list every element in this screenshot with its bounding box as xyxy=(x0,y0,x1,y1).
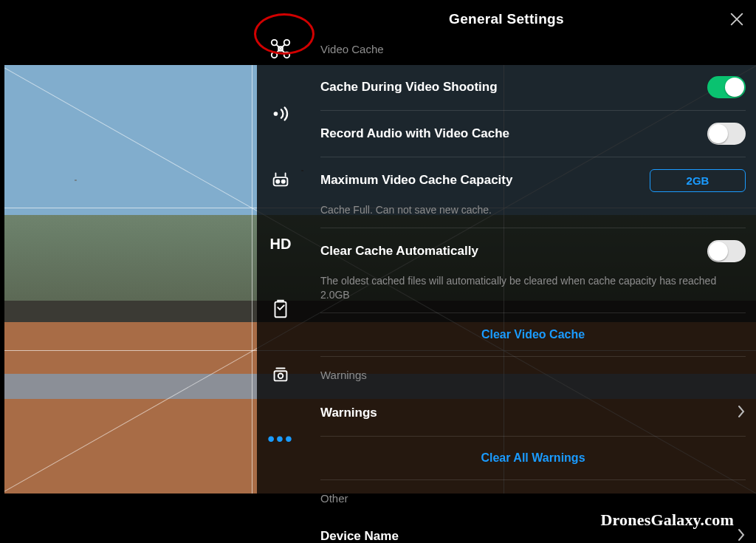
row-clear-all-warnings[interactable]: Clear All Warnings xyxy=(320,438,746,478)
row-record-audio: Record Audio with Video Cache xyxy=(320,112,746,155)
label-clear-auto: Clear Cache Automatically xyxy=(320,244,478,259)
sidebar-aircraft[interactable] xyxy=(257,16,304,81)
label-cache-during-shooting: Cache During Video Shooting xyxy=(320,80,498,95)
note-cache-full: Cache Full. Can not save new cache. xyxy=(320,202,746,226)
hd-icon: HD xyxy=(270,236,292,253)
row-warnings[interactable]: Warnings xyxy=(320,392,746,434)
label-warnings: Warnings xyxy=(320,406,377,420)
section-video-cache: Video Cache xyxy=(320,37,746,66)
row-max-capacity: Maximum Video Cache Capacity 2GB xyxy=(320,159,746,202)
label-device-name: Device Name xyxy=(320,529,399,543)
clear-all-warnings-link[interactable]: Clear All Warnings xyxy=(481,451,585,465)
toggle-cache-during-shooting[interactable] xyxy=(707,76,746,98)
row-clear-auto: Clear Cache Automatically xyxy=(320,230,746,273)
label-record-audio: Record Audio with Video Cache xyxy=(320,126,509,141)
section-other: Other xyxy=(320,482,746,515)
camera-icon xyxy=(269,363,292,385)
more-icon: ••• xyxy=(267,427,293,451)
page-title: General Settings xyxy=(449,11,564,27)
remote-controller-icon xyxy=(269,168,292,190)
section-warnings: Warnings xyxy=(320,358,746,392)
grid-line xyxy=(252,65,252,494)
settings-sidebar: HD ••• xyxy=(257,16,304,533)
svg-point-8 xyxy=(282,180,285,183)
clipboard-icon xyxy=(269,298,292,320)
close-icon xyxy=(729,11,745,27)
sidebar-battery[interactable] xyxy=(257,276,304,341)
clear-video-cache-link[interactable]: Clear Video Cache xyxy=(481,328,585,341)
svg-point-7 xyxy=(276,180,279,183)
sidebar-gimbal[interactable] xyxy=(257,341,304,406)
sidebar-hd[interactable]: HD xyxy=(257,211,304,276)
max-capacity-value[interactable]: 2GB xyxy=(650,169,746,192)
toggle-clear-auto[interactable] xyxy=(707,240,746,262)
sidebar-signal[interactable] xyxy=(257,81,304,146)
sidebar-remote[interactable] xyxy=(257,146,304,211)
settings-content: Video Cache Cache During Video Shooting … xyxy=(320,37,746,539)
label-max-capacity: Maximum Video Cache Capacity xyxy=(320,173,512,188)
note-clear-auto: The oldest cached files will automatical… xyxy=(320,273,746,311)
chevron-right-icon xyxy=(737,405,746,421)
chevron-right-icon xyxy=(737,528,746,543)
svg-rect-10 xyxy=(275,371,287,380)
toggle-record-audio[interactable] xyxy=(707,123,746,145)
svg-point-11 xyxy=(278,374,284,379)
sidebar-general[interactable]: ••• xyxy=(257,406,304,471)
signal-icon xyxy=(269,103,292,125)
drone-icon xyxy=(269,38,292,60)
watermark: DronesGalaxy.com xyxy=(600,510,734,530)
row-cache-during-shooting: Cache During Video Shooting xyxy=(320,66,746,109)
row-clear-video-cache[interactable]: Clear Video Cache xyxy=(320,315,746,355)
svg-point-5 xyxy=(274,112,278,116)
close-button[interactable] xyxy=(726,9,747,30)
